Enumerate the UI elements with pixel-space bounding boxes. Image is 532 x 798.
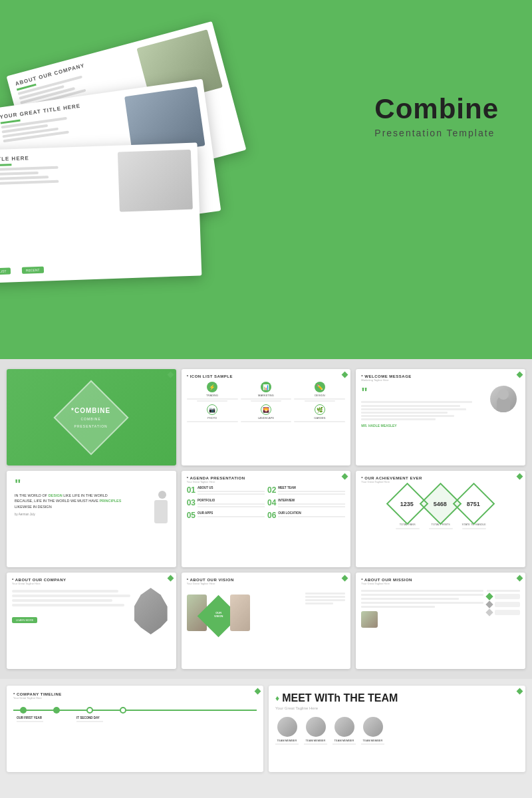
slide-agenda: * AGENDA PRESENTATION Your Great Tagline… [182, 471, 351, 567]
meet-tagline: Your Great Tagline Here [275, 706, 519, 710]
slide-text-front-3 [0, 176, 49, 180]
slide-meet-team: ♦ MEET WITh THE TEAM Your Great Tagline … [269, 686, 525, 772]
co-line4 [12, 604, 124, 606]
design-line2 [305, 400, 335, 402]
v-line2 [305, 596, 345, 598]
landscape-circle: 🌄 [261, 404, 271, 415]
mission-person-img [361, 611, 378, 628]
vision-diamond-label: OURVISION [205, 611, 232, 618]
hero-title-area: Combine Presentation Template [374, 93, 499, 138]
design-line [294, 398, 345, 400]
figure-body [154, 500, 168, 523]
agenda-tagline: Your Great Tagline Here [187, 480, 346, 483]
marketing-circle: 📊 [261, 382, 271, 392]
meet-title-row: ♦ MEET WITh THE TEAM [275, 692, 519, 704]
company-img-shape [134, 588, 168, 634]
icon-design: ✏️ DESIGN [294, 382, 345, 402]
member-name-3: TEAM MEMBER [332, 739, 356, 742]
slide-achievement: * OUR ACHIEVEMENT EVER Your Great Taglin… [356, 471, 525, 567]
slide-accent-line-front [0, 164, 11, 166]
agenda-block-3: PORTFOLIO [198, 499, 265, 509]
agenda-block-1: ABOUT US [198, 486, 265, 496]
welcome-text-area: " MR. HADLE MEASLEY [361, 386, 485, 428]
slides-grid-section: *COMBINECOMBINE PRESENTATION * ICON LIST… [0, 359, 532, 679]
agenda-block-2: MEET TEAM [278, 486, 345, 496]
stat-inner-2: 5468 [434, 501, 448, 507]
wq-line2 [361, 405, 460, 407]
mission-item-3 [487, 610, 520, 615]
landscape-icon: 🌄 [263, 407, 269, 413]
welcome-person-name: MR. HADLE MEASLEY [361, 424, 485, 428]
mission-ml3 [495, 610, 520, 615]
figure-head [158, 491, 166, 499]
slide-btn-front-2: RECENT [22, 267, 44, 274]
agenda-block-5: OUR APPS [198, 511, 265, 519]
t-dot-2 [53, 707, 60, 714]
design-circle: ✏️ [315, 382, 325, 392]
mission-tagline: Your Great Tagline Here [361, 582, 520, 585]
member-avatar-4 [363, 717, 383, 737]
bottom-section: * COMPANY TIMELINE Your Great Tagline He… [0, 679, 532, 779]
agenda-item-4: 04 INTERVIEW [267, 499, 345, 509]
garden-circle: 🌿 [315, 404, 325, 415]
meet-diamond-icon: ♦ [275, 694, 279, 703]
slide-quote: " IN THE WORLD OF DESIGN LIKE LIFE IN TH… [7, 471, 176, 567]
garden-label: GARDEN [294, 416, 345, 420]
team-member-4: TEAM MEMBER [361, 717, 384, 745]
agenda-label-5: OUR APPS [198, 511, 265, 515]
t-label-2: IT SECOND DAY [76, 716, 103, 722]
mission-content [361, 588, 520, 628]
mission-d2 [485, 600, 493, 608]
trading-line2 [197, 400, 227, 402]
agenda-num-4: 04 [267, 499, 276, 507]
marketing-line2 [251, 400, 281, 402]
welcome-avatar-area [490, 386, 520, 428]
member-line-4 [361, 743, 384, 745]
achievement-stats: 1235 TOTAL FANS 5468 TOTAL PRINTS [361, 489, 520, 529]
slide-icon-list: * ICON LIST SAMPLE ⚡ TRADING 📊 MARKETING… [182, 369, 351, 466]
slide-about-company: * ABOUT OUR COMPANY Your Great Tagline H… [7, 573, 176, 669]
member-line-3 [332, 743, 356, 745]
agenda-line-3 [198, 503, 265, 505]
garden-icon: 🌿 [317, 407, 323, 413]
icon-marketing: 📊 MARKETING [241, 382, 292, 402]
agenda-label-3: PORTFOLIO [198, 499, 265, 502]
mission-left [361, 588, 483, 628]
timeline-tagline: Your Great Tagline Here [13, 696, 257, 700]
trading-icon: ⚡ [209, 384, 215, 390]
timeline-line [13, 710, 257, 711]
team-member-1: TEAM MEMBER [275, 717, 299, 745]
m-line4 [361, 602, 483, 604]
product-title: Combine [374, 93, 499, 125]
member-line-2 [304, 743, 327, 745]
icon-grid: ⚡ TRADING 📊 MARKETING ✏️ DESIGN [187, 382, 346, 422]
landscape-label: LANDSCAPE [241, 416, 292, 420]
landscape-line [241, 421, 292, 422]
product-subtitle: Presentation Template [374, 128, 499, 138]
slide-text-front-4 [0, 180, 59, 185]
team-member-2: TEAM MEMBER [304, 717, 327, 745]
vision-tagline: Your Great Tagline Here [187, 582, 346, 585]
member-line-1 [275, 743, 299, 745]
agenda-block-6: OUR LOCATION [278, 511, 345, 519]
agenda-line-5 [198, 516, 265, 517]
wq-line6 [361, 418, 435, 420]
stat-num-2: 5468 [434, 501, 448, 507]
m-line2 [361, 594, 483, 596]
agenda-num-2: 02 [267, 486, 276, 494]
v-line4 [305, 602, 333, 604]
vision-person2 [230, 595, 250, 631]
trading-label: TRADING [187, 394, 238, 397]
company-image-area [134, 588, 171, 648]
meet-title: MEET WITh THE TEAM [282, 692, 398, 704]
agenda-grid: 01 ABOUT US 02 MEET TEAM [187, 486, 346, 519]
icon-list-title: * ICON LIST SAMPLE [187, 374, 346, 378]
stat-inner-1: 1235 [401, 501, 414, 507]
welcome-tagline: Marketing Tagline Here [361, 378, 520, 382]
slide-timeline: * COMPANY TIMELINE Your Great Tagline He… [7, 686, 263, 772]
mission-item-1 [487, 594, 520, 599]
marketing-label: MARKETING [241, 394, 292, 397]
t-dot-3 [86, 707, 93, 714]
agenda-num-5: 05 [187, 511, 196, 519]
quote-author: by Aerman July [15, 513, 170, 516]
